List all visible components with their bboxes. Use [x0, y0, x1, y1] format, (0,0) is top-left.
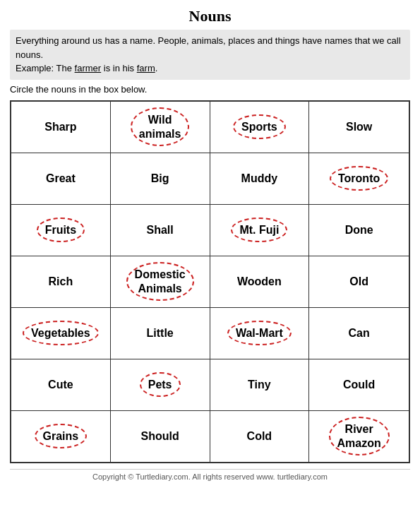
cell-sharp: Sharp: [11, 102, 111, 153]
cell-label: Great: [46, 172, 76, 185]
cell-can: Can: [309, 308, 409, 359]
page: Nouns Everything around us has a name. P…: [0, 0, 420, 512]
cell-old: Old: [309, 256, 409, 307]
footer-text: Copyright © Turtlediary.com. All rights …: [10, 469, 410, 481]
cell-wal-mart: Wal-Mart: [210, 308, 310, 359]
cell-label: Sharp: [44, 121, 76, 133]
cell-slow: Slow: [309, 102, 409, 153]
cell-label: Shall: [147, 224, 174, 237]
cell-label: Big: [151, 172, 169, 185]
cell-label: Could: [343, 379, 375, 391]
example-text: Example: The farmer is in his farm.: [16, 63, 157, 73]
cell-wooden: Wooden: [210, 256, 310, 307]
cell-label-circled: Sports: [233, 114, 286, 139]
cell-label-circled: Mt. Fuji: [231, 218, 287, 242]
cell-big: Big: [111, 153, 210, 204]
cell-done: Done: [309, 205, 409, 256]
cell-cold: Cold: [210, 411, 310, 462]
cell-label: Little: [147, 327, 174, 340]
cell-little: Little: [111, 308, 210, 359]
cell-vegetables: Vegetables: [11, 308, 111, 359]
cell-label: Should: [141, 430, 179, 443]
intro-text: Everything around us has a name. People,…: [16, 35, 401, 60]
intro-section: Everything around us has a name. People,…: [10, 30, 410, 80]
cell-label-circled: Toronto: [330, 166, 388, 191]
cell-label-circled: RiverAmazon: [329, 417, 390, 455]
cell-label-circled: Vegetables: [23, 321, 99, 345]
cell-label: Old: [349, 275, 368, 288]
cell-could: Could: [309, 359, 409, 410]
cell-label-circled: DomesticAnimals: [126, 262, 194, 300]
cell-label: Rich: [49, 275, 73, 288]
cell-rich: Rich: [11, 256, 111, 307]
cell-label-circled: Pets: [140, 372, 181, 397]
page-title: Nouns: [10, 7, 410, 25]
cell-label: Cold: [247, 430, 272, 443]
cell-great: Great: [11, 153, 111, 204]
cell-label: Can: [349, 327, 370, 340]
cell-label-circled: Wildanimals: [131, 107, 190, 145]
cell-mt-fuji: Mt. Fuji: [210, 205, 310, 256]
instruction-text: Circle the nouns in the box below.: [10, 84, 410, 95]
cell-label: Done: [345, 224, 373, 237]
cell-label-circled: Wal-Mart: [227, 321, 292, 345]
cell-should: Should: [111, 411, 210, 462]
grid-row: Sharp Wildanimals Sports Slow: [11, 102, 409, 153]
cell-pets: Pets: [111, 359, 210, 410]
cell-label-circled: Grains: [35, 424, 88, 448]
grid-row: Fruits Shall Mt. Fuji Done: [11, 205, 409, 256]
cell-label: Cute: [48, 379, 73, 391]
cell-label: Tiny: [248, 379, 271, 391]
cell-muddy: Muddy: [210, 153, 310, 204]
cell-domestic-animals: DomesticAnimals: [111, 256, 210, 307]
grid-row: Rich DomesticAnimals Wooden Old: [11, 256, 409, 308]
cell-tiny: Tiny: [210, 359, 310, 410]
cell-label: Wooden: [237, 275, 282, 288]
cell-toronto: Toronto: [309, 153, 409, 204]
example-word2: farm: [137, 63, 155, 73]
cell-cute: Cute: [11, 359, 111, 410]
grid-row: Great Big Muddy Toronto: [11, 153, 409, 205]
grid-row: Vegetables Little Wal-Mart Can: [11, 308, 409, 359]
cell-label: Muddy: [241, 172, 278, 185]
cell-sports: Sports: [210, 102, 310, 153]
cell-shall: Shall: [111, 205, 210, 256]
cell-label-circled: Fruits: [37, 218, 85, 242]
cell-fruits: Fruits: [11, 205, 111, 256]
cell-label: Slow: [346, 121, 372, 133]
grid-row: Cute Pets Tiny Could: [11, 359, 409, 411]
cell-river-amazon: RiverAmazon: [309, 411, 409, 462]
grid-row: Grains Should Cold RiverAmazon: [11, 411, 409, 462]
example-word1: farmer: [75, 63, 102, 73]
noun-grid: Sharp Wildanimals Sports Slow Great Big …: [10, 100, 410, 463]
cell-wild-animals: Wildanimals: [111, 102, 210, 153]
cell-grains: Grains: [11, 411, 111, 462]
